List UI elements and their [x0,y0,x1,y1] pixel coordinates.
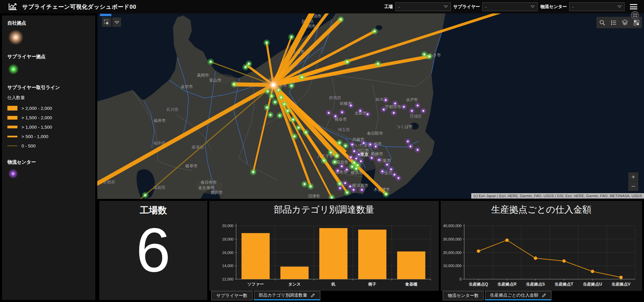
svg-text:30,000,000: 30,000,000 [443,237,462,241]
zoom-out-button[interactable]: − [628,181,638,191]
zoom-in-button[interactable]: + [628,172,638,181]
bar-ソファー[interactable] [241,233,270,279]
svg-text:40,000,000: 40,000,000 [443,224,462,228]
legend-button[interactable] [608,17,619,28]
purchase-amount-panel: 生産拠点ごとの仕入金額 010,000,00020,000,00030,000,… [441,201,642,291]
logistics-center-dot-core [350,157,352,158]
supplier-site-dot-core [266,42,268,44]
select-tool-dropdown-button[interactable] [112,17,121,27]
legend-panel: 自社拠点 サプライヤー拠点 サプライヤー取引ライン 仕入数量 > 2,000 -… [2,15,95,300]
tab-label: 物流センター数 [448,293,479,299]
map-label: 埼玉県 [338,127,350,132]
zoom-control: + − [628,172,638,191]
svg-text:0: 0 [460,277,462,281]
tab-parts-category-quantity[interactable]: 部品カテゴリ別調達数量 [254,291,320,300]
point-生産拠点V[interactable] [620,276,623,279]
logistics-center-dot-core [407,141,409,142]
logistics-center-dot-core [361,189,363,191]
map-label: 豊田市 [211,190,223,195]
logistics-center-dot-core [382,171,383,172]
logistics-center-dot-core [341,166,343,167]
line-chart-canvas: 010,000,00020,000,00030,000,00040,000,00… [441,219,642,291]
supplier-site-dot-core [323,160,325,162]
logistics-center-dot-core [363,142,365,144]
supplier-site-dot-core [144,194,146,196]
app-header: サプライチェーン可視化ダッシュボード00 工場-サプライヤー-物流センター- [0,0,644,13]
svg-text:12,000: 12,000 [222,277,233,281]
bar-chart: 12,00014,00016,00018,00020,000ソファータンス机椅子… [209,219,439,292]
map-label: 高岡市 [197,73,209,78]
tab-logistics-center-count[interactable]: 物流センター数 [443,291,484,300]
logistics-center-filter-dropdown[interactable]: - [569,2,625,11]
own-site-hub-core [272,84,275,87]
line-class-label: 0 - 500 [21,143,36,148]
tab-label: 生産拠点ごとの仕入金額 [490,292,538,298]
search-button[interactable] [596,17,608,28]
supplier-site-dot-core [233,83,235,85]
logistics-center-dot-core [339,187,341,189]
point-生産拠点R[interactable] [505,239,509,242]
bar-panel-tabs: サプライヤー数部品カテゴリ別調達数量 [211,291,322,300]
svg-text:ソファー: ソファー [248,282,264,287]
supplier-site-dot-core [290,85,292,87]
line-class-label: > 1,000 - 1,500 [21,125,52,130]
logistics-center-dot-core [350,186,351,187]
supplier-site-dot-core [301,76,303,78]
factory-count-title: 工場数 [99,201,207,216]
point-生産拠点Q[interactable] [477,250,480,253]
layers-button[interactable] [619,17,631,28]
logistics-center-dot-core [360,161,362,162]
map-label: 茨城県 [410,114,422,119]
expand-button[interactable] [631,11,639,19]
point-生産拠点S[interactable] [534,257,537,260]
supplier-filter-value: - [485,4,487,9]
own-site-marker [8,30,23,45]
supplier-site-dot-core [310,185,312,187]
map-label: 群馬県 [329,95,341,100]
logistics-center-dot-core [352,144,353,145]
tab-supplier-count[interactable]: サプライヤー数 [211,291,253,300]
bar-机[interactable] [319,228,347,279]
logistics-center-dot-core [370,144,371,145]
factory-filter-dropdown[interactable]: - [395,2,451,11]
point-生産拠点U[interactable] [591,270,594,273]
line-chart: 010,000,00020,000,00030,000,00040,000,00… [441,219,642,292]
supplier-site-dot-core [336,155,338,157]
svg-text:食器棚: 食器棚 [405,282,417,287]
line-class-swatch [7,106,17,111]
map-view[interactable]: 新潟市新潟県長岡市上越市高岡市富山市金沢市石川県福井市福井県岐阜県岐阜市京都府滋… [97,13,644,199]
logistics-center-dot-core [367,114,369,115]
bar-タンス[interactable] [280,267,309,279]
supplier-site-legend-title: サプライヤー拠点 [7,54,93,60]
supplier-filter: サプライヤー- [453,2,538,11]
line-class-label: > 2,000 - 2,000 [21,106,52,111]
legend-line-class-row: > 1,000 - 1,500 [7,122,93,132]
logistics-center-filter-label: 物流センター [540,4,567,10]
map-label: 滋賀県 [153,185,165,190]
point-生産拠点T[interactable] [562,259,566,263]
supplier-site-dot-core [339,183,341,185]
bar-椅子[interactable] [358,230,386,279]
logistics-center-dot-core [423,110,424,112]
supplier-site-dot-core [245,66,247,68]
factory-count-panel: 工場数 6 [99,201,207,300]
basemap-grid-icon [633,19,640,26]
select-tool-button[interactable] [102,17,111,27]
tab-purchase-amount-by-site[interactable]: 生産拠点ごとの仕入金額 [485,291,551,300]
map-label: 沼津市 [308,194,320,199]
supplier-site-dot-core [305,131,307,133]
supplier-site-dot-core [274,101,276,103]
supplier-site-dot-core [346,61,348,63]
supplier-site-dot-core [346,191,348,193]
edit-pencil-icon[interactable] [541,293,546,298]
menu-button[interactable] [630,4,637,9]
supplier-site-dot-core [344,145,346,147]
svg-text:20,000: 20,000 [222,224,233,228]
bar-食器棚[interactable] [397,252,425,279]
map-canvas[interactable]: 新潟市新潟県長岡市上越市高岡市富山市金沢市石川県福井市福井県岐阜県岐阜市京都府滋… [97,13,644,199]
logistics-center-dot-core [390,169,392,170]
map-attribution: (c) Esri Japan | Esri, HERE, Garmin, FAO… [471,193,644,199]
supplier-filter-dropdown[interactable]: - [482,2,538,11]
logistics-center-dot-core [398,177,399,179]
edit-pencil-icon[interactable] [310,293,315,298]
